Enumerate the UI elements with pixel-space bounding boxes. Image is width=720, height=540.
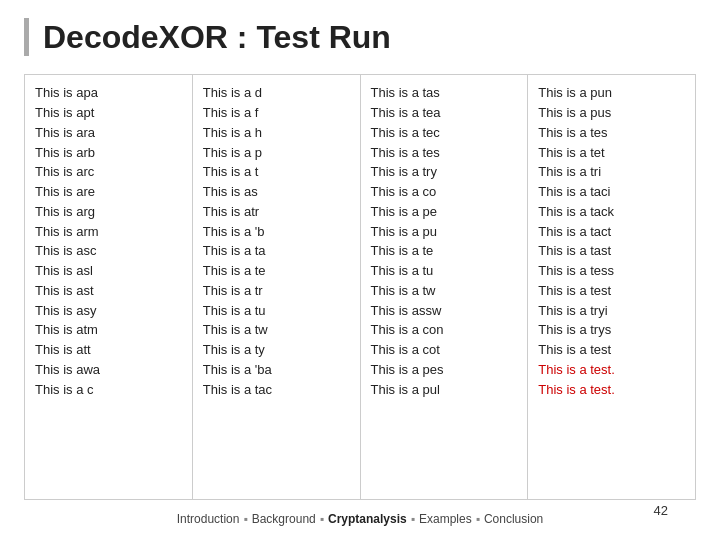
col-1-line-10: This is a tr: [203, 281, 350, 301]
columns-wrapper: This is apaThis is aptThis is araThis is…: [24, 74, 696, 500]
col-1-line-11: This is a tu: [203, 301, 350, 321]
col-0-line-14: This is awa: [35, 360, 182, 380]
content-area: This is apaThis is aptThis is araThis is…: [24, 74, 696, 500]
col-0-line-1: This is apt: [35, 103, 182, 123]
col-3-line-11: This is a tryi: [538, 301, 685, 321]
col-1-line-13: This is a ty: [203, 340, 350, 360]
col-1-line-8: This is a ta: [203, 241, 350, 261]
col-1-line-15: This is a tac: [203, 380, 350, 400]
col-1-line-0: This is a d: [203, 83, 350, 103]
col-3-line-5: This is a taci: [538, 182, 685, 202]
footer-separator: ▪: [476, 512, 480, 526]
col-2-line-2: This is a tec: [371, 123, 518, 143]
col-2-line-1: This is a tea: [371, 103, 518, 123]
col-3-line-10: This is a test: [538, 281, 685, 301]
footer: Introduction ▪ Background ▪ Cryptanalysi…: [177, 506, 544, 528]
col-2-line-14: This is a pes: [371, 360, 518, 380]
footer-item-cryptanalysis: Cryptanalysis: [328, 512, 407, 526]
col-0-line-0: This is apa: [35, 83, 182, 103]
col-1-line-14: This is a 'ba: [203, 360, 350, 380]
col-2-line-0: This is a tas: [371, 83, 518, 103]
footer-item-conclusion: Conclusion: [484, 512, 543, 526]
col-0-line-8: This is asc: [35, 241, 182, 261]
col-1-line-3: This is a p: [203, 143, 350, 163]
col-3-line-9: This is a tess: [538, 261, 685, 281]
footer-item-introduction: Introduction: [177, 512, 240, 526]
col-2-line-5: This is a co: [371, 182, 518, 202]
col-3-line-14: This is a test.: [538, 360, 685, 380]
col-2-line-15: This is a pul: [371, 380, 518, 400]
column-0: This is apaThis is aptThis is araThis is…: [25, 75, 193, 499]
col-2-line-9: This is a tu: [371, 261, 518, 281]
col-1-line-5: This is as: [203, 182, 350, 202]
col-2-line-11: This is assw: [371, 301, 518, 321]
col-0-line-6: This is arg: [35, 202, 182, 222]
footer-item-examples: Examples: [419, 512, 472, 526]
footer-separator: ▪: [243, 512, 247, 526]
col-1-line-4: This is a t: [203, 162, 350, 182]
col-1-line-1: This is a f: [203, 103, 350, 123]
col-0-line-2: This is ara: [35, 123, 182, 143]
column-3: This is a punThis is a pusThis is a tesT…: [528, 75, 695, 499]
col-3-line-8: This is a tast: [538, 241, 685, 261]
col-2-line-4: This is a try: [371, 162, 518, 182]
column-2: This is a tasThis is a teaThis is a tecT…: [361, 75, 529, 499]
col-0-line-3: This is arb: [35, 143, 182, 163]
col-0-line-10: This is ast: [35, 281, 182, 301]
col-3-line-4: This is a tri: [538, 162, 685, 182]
col-3-line-6: This is a tack: [538, 202, 685, 222]
col-1-line-2: This is a h: [203, 123, 350, 143]
col-0-line-12: This is atm: [35, 320, 182, 340]
col-1-line-7: This is a 'b: [203, 222, 350, 242]
col-2-line-6: This is a pe: [371, 202, 518, 222]
footer-separator: ▪: [411, 512, 415, 526]
col-3-line-7: This is a tact: [538, 222, 685, 242]
col-0-line-13: This is att: [35, 340, 182, 360]
page-title: DecodeXOR : Test Run: [24, 18, 696, 56]
col-0-line-9: This is asl: [35, 261, 182, 281]
col-2-line-13: This is a cot: [371, 340, 518, 360]
col-0-line-7: This is arm: [35, 222, 182, 242]
col-2-line-12: This is a con: [371, 320, 518, 340]
column-1: This is a dThis is a fThis is a hThis is…: [193, 75, 361, 499]
col-3-line-0: This is a pun: [538, 83, 685, 103]
footer-item-background: Background: [252, 512, 316, 526]
col-3-line-2: This is a tes: [538, 123, 685, 143]
page: DecodeXOR : Test Run This is apaThis is …: [0, 0, 720, 540]
col-2-line-8: This is a te: [371, 241, 518, 261]
col-1-line-12: This is a tw: [203, 320, 350, 340]
col-3-line-13: This is a test: [538, 340, 685, 360]
col-2-line-3: This is a tes: [371, 143, 518, 163]
col-2-line-7: This is a pu: [371, 222, 518, 242]
page-number: 42: [654, 503, 668, 518]
col-0-line-5: This is are: [35, 182, 182, 202]
col-1-line-6: This is atr: [203, 202, 350, 222]
col-2-line-10: This is a tw: [371, 281, 518, 301]
col-3-line-12: This is a trys: [538, 320, 685, 340]
col-0-line-11: This is asy: [35, 301, 182, 321]
col-1-line-9: This is a te: [203, 261, 350, 281]
footer-separator: ▪: [320, 512, 324, 526]
col-0-line-15: This is a c: [35, 380, 182, 400]
col-3-line-15: This is a test.: [538, 380, 685, 400]
col-3-line-3: This is a tet: [538, 143, 685, 163]
footer-wrapper: Introduction ▪ Background ▪ Cryptanalysi…: [24, 500, 696, 530]
col-0-line-4: This is arc: [35, 162, 182, 182]
col-3-line-1: This is a pus: [538, 103, 685, 123]
